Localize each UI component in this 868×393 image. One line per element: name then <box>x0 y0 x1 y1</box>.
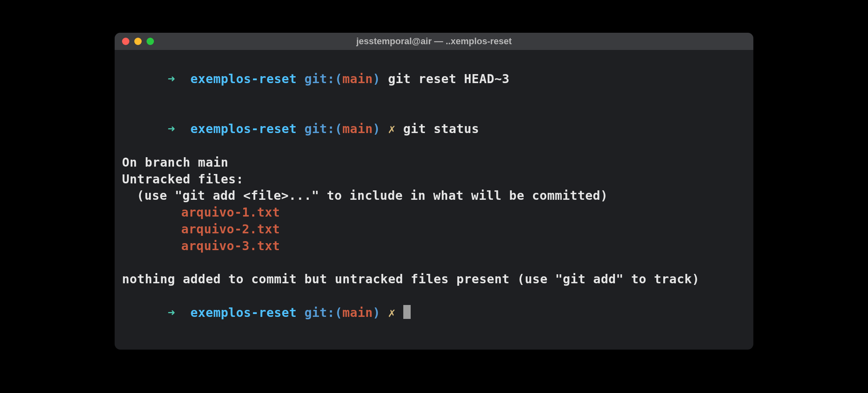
prompt-branch: main <box>342 72 373 86</box>
prompt-arrow-icon: ➜ <box>167 72 175 86</box>
command-1: git reset HEAD~3 <box>388 72 510 86</box>
prompt-line-2: ➜ exemplos-reset git:(main) ✗ git status <box>122 104 746 154</box>
terminal-window: jesstemporal@air — ..xemplos-reset ➜ exe… <box>115 33 753 350</box>
prompt-line-3: ➜ exemplos-reset git:(main) ✗ <box>122 288 746 338</box>
close-icon[interactable] <box>122 38 129 45</box>
untracked-file: arquivo-1.txt <box>122 204 746 221</box>
dirty-icon: ✗ <box>388 122 396 136</box>
prompt-directory: exemplos-reset <box>190 305 297 320</box>
prompt-paren-close: ) <box>373 122 381 136</box>
prompt-branch: main <box>342 305 373 320</box>
maximize-icon[interactable] <box>147 38 154 45</box>
output-footer: nothing added to commit but untracked fi… <box>122 271 746 288</box>
title-bar: jesstemporal@air — ..xemplos-reset <box>115 33 753 50</box>
prompt-arrow-icon: ➜ <box>167 122 175 136</box>
untracked-file: arquivo-3.txt <box>122 238 746 255</box>
output-untracked-hint: (use "git add <file>..." to include in w… <box>122 187 746 204</box>
blank-line <box>122 255 746 271</box>
prompt-paren-open: ( <box>335 72 343 86</box>
prompt-directory: exemplos-reset <box>190 72 297 86</box>
prompt-git-prefix: git: <box>305 72 335 86</box>
minimize-icon[interactable] <box>134 38 142 45</box>
command-2: git status <box>403 122 479 136</box>
output-untracked-header: Untracked files: <box>122 171 746 188</box>
prompt-line-1: ➜ exemplos-reset git:(main) git reset HE… <box>122 54 746 104</box>
prompt-paren-open: ( <box>335 305 343 320</box>
prompt-paren-close: ) <box>373 305 381 320</box>
prompt-git-prefix: git: <box>305 122 335 136</box>
untracked-file: arquivo-2.txt <box>122 221 746 238</box>
prompt-arrow-icon: ➜ <box>167 305 175 320</box>
window-title: jesstemporal@air — ..xemplos-reset <box>115 36 753 47</box>
terminal-body[interactable]: ➜ exemplos-reset git:(main) git reset HE… <box>115 50 753 350</box>
prompt-branch: main <box>342 122 373 136</box>
prompt-git-prefix: git: <box>305 305 335 320</box>
dirty-icon: ✗ <box>388 305 396 320</box>
prompt-paren-close: ) <box>373 72 381 86</box>
output-branch-line: On branch main <box>122 154 746 171</box>
prompt-directory: exemplos-reset <box>190 122 297 136</box>
traffic-lights <box>122 38 154 45</box>
prompt-paren-open: ( <box>335 122 343 136</box>
cursor <box>403 305 411 319</box>
